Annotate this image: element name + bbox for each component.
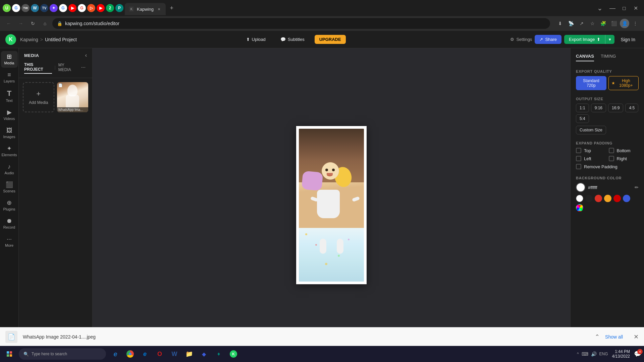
tab-favicon-pict[interactable]: P	[115, 4, 123, 12]
taskbar-explorer[interactable]: 📁	[182, 347, 196, 361]
quality-1080p-button[interactable]: ★ High 1080p+	[608, 76, 639, 90]
new-tab-button[interactable]: +	[167, 3, 176, 13]
panel-collapse-button[interactable]: ‹	[85, 52, 87, 58]
media-thumbnail-whatsapp[interactable]: 📄 WhatsApp Ima...	[57, 82, 89, 112]
keyboard-icon[interactable]: ⌨	[582, 351, 588, 357]
subtitles-button[interactable]: 💬 Subtitles	[276, 35, 309, 44]
taskbar-kapwing[interactable]: K	[227, 347, 240, 361]
padding-left-checkbox[interactable]	[576, 156, 581, 161]
color-preset-orange[interactable]	[604, 195, 611, 202]
color-preset-black[interactable]	[585, 195, 593, 202]
sidebar-item-media[interactable]: ⊞ Media	[1, 51, 18, 68]
bookmark-icon[interactable]: ☆	[588, 19, 597, 28]
tab-favicon-yt1[interactable]: ▶	[68, 4, 76, 12]
taskbar-chrome[interactable]	[123, 347, 137, 361]
tab-favicon-wp[interactable]: W	[31, 4, 39, 12]
tab-favicon-tw[interactable]: TW	[21, 4, 30, 12]
sidebar-item-scenes[interactable]: ⬛ Scenes	[1, 179, 18, 196]
reload-button[interactable]: ↻	[28, 19, 38, 28]
menu-button[interactable]: ⋮	[631, 19, 640, 28]
tab-my-media[interactable]: MY MEDIA	[58, 61, 77, 73]
sidebar-item-plugins[interactable]: ⊕ Plugins	[1, 197, 18, 214]
size-4-5-button[interactable]: 4:5	[625, 104, 638, 112]
tab-favicon-upwork[interactable]: U	[3, 4, 11, 12]
quality-720p-button[interactable]: Standard 720p	[576, 76, 606, 90]
padding-right-item[interactable]: Right	[609, 156, 639, 161]
remove-padding-item[interactable]: Remove Padding	[576, 164, 639, 169]
color-preset-rainbow[interactable]	[576, 204, 583, 212]
sidebar-item-images[interactable]: 🖼 Images	[1, 125, 18, 141]
home-button[interactable]: ⌂	[40, 19, 50, 28]
color-preset-red[interactable]	[595, 195, 602, 202]
export-dropdown-button[interactable]: ▾	[605, 35, 614, 44]
tab-favicon-google2[interactable]: G	[59, 4, 67, 12]
color-preset-darkred[interactable]	[613, 195, 621, 202]
active-tab[interactable]: K Kapwing ✕	[125, 3, 166, 15]
back-button[interactable]: ←	[4, 19, 13, 28]
color-swatch-active[interactable]	[576, 183, 585, 192]
share-browser-icon[interactable]: ↗	[577, 19, 586, 28]
tab-favicon-git[interactable]: ▷	[87, 4, 95, 12]
project-name[interactable]: Untitled Project	[45, 37, 77, 42]
tab-favicon-google3[interactable]: G	[78, 4, 86, 12]
tab-close-button[interactable]: ✕	[156, 6, 162, 12]
address-bar[interactable]: 🔒 kapwing.com/studio/editor	[52, 18, 550, 29]
upgrade-button[interactable]: UPGRADE	[315, 35, 346, 44]
tab-favicon-tv[interactable]: TV	[40, 4, 48, 12]
notification-area[interactable]: 💬 4	[634, 350, 641, 358]
close-window-button[interactable]: ✕	[630, 5, 641, 11]
tab-timing[interactable]: TIMING	[601, 54, 616, 61]
sidebar-item-videos[interactable]: ▶ Videos	[1, 107, 18, 123]
brand-name[interactable]: Kapwing	[20, 37, 38, 42]
split-view-icon[interactable]: ⬛	[609, 19, 619, 28]
padding-right-checkbox[interactable]	[609, 156, 614, 161]
taskbar-ie[interactable]: e	[109, 347, 122, 361]
add-media-button[interactable]: + Add Media	[23, 82, 54, 112]
taskbar-search[interactable]: 🔍 Type here to search	[19, 348, 106, 360]
padding-bottom-item[interactable]: Bottom	[609, 148, 639, 153]
close-bottom-bar-button[interactable]: ✕	[634, 333, 639, 341]
upload-button[interactable]: ⬆ Upload	[241, 35, 270, 44]
forward-button[interactable]: →	[16, 19, 25, 28]
tab-favicon-z2[interactable]: 2	[106, 4, 114, 12]
tab-favicon-google1[interactable]: G	[12, 4, 20, 12]
taskbar-word[interactable]: W	[168, 347, 181, 361]
taskbar-opera[interactable]: O	[153, 347, 166, 361]
extensions-icon[interactable]: 🧩	[598, 19, 608, 28]
minimize-button[interactable]: —	[607, 5, 618, 12]
padding-top-checkbox[interactable]	[576, 148, 581, 153]
expand-downloads-button[interactable]: ⌃	[595, 333, 600, 341]
settings-button[interactable]: ⚙ Settings	[510, 37, 532, 42]
tab-this-project[interactable]: THIS PROJECT	[24, 61, 52, 74]
sidebar-item-record[interactable]: ⏺ Record	[1, 215, 18, 232]
sidebar-item-text[interactable]: T Text	[1, 87, 18, 105]
tab-canvas[interactable]: CANVAS	[576, 54, 594, 61]
profile-avatar[interactable]: 👤	[620, 19, 629, 28]
size-16-9-button[interactable]: 16:9	[608, 104, 623, 112]
canvas-frame[interactable]	[296, 126, 367, 284]
taskbar-app1[interactable]: ◆	[197, 347, 211, 361]
tab-favicon-filmora[interactable]: ✦	[50, 4, 58, 12]
taskbar-edge[interactable]: e	[138, 347, 152, 361]
sign-in-button[interactable]: Sign In	[617, 35, 639, 44]
size-1-1-button[interactable]: 1:1	[576, 104, 589, 112]
export-button[interactable]: Export Image ⬆	[564, 35, 605, 44]
size-5-4-button[interactable]: 5:4	[576, 114, 589, 123]
size-9-16-button[interactable]: 9:16	[591, 104, 606, 112]
color-edit-icon[interactable]: ✏	[635, 185, 639, 190]
sidebar-item-layers[interactable]: ≡ Layers	[1, 69, 18, 86]
color-preset-white[interactable]	[576, 195, 583, 202]
volume-icon[interactable]: 🔊	[591, 351, 597, 357]
tray-arrow[interactable]: ^	[577, 352, 579, 356]
sidebar-item-elements[interactable]: ✦ Elements	[1, 143, 18, 160]
custom-size-button[interactable]: Custom Size	[576, 126, 606, 134]
maximize-button[interactable]: ◻	[620, 5, 629, 11]
taskbar-app2[interactable]: ♦	[212, 347, 225, 361]
tab-favicon-yt2[interactable]: ▶	[97, 4, 105, 12]
color-preset-blue[interactable]	[623, 195, 630, 202]
media-options-button[interactable]: ···	[80, 64, 87, 70]
show-all-button[interactable]: Show all	[605, 334, 623, 340]
show-tabs-button[interactable]: ⌄	[594, 4, 605, 12]
padding-top-item[interactable]: Top	[576, 148, 606, 153]
padding-left-item[interactable]: Left	[576, 156, 606, 161]
